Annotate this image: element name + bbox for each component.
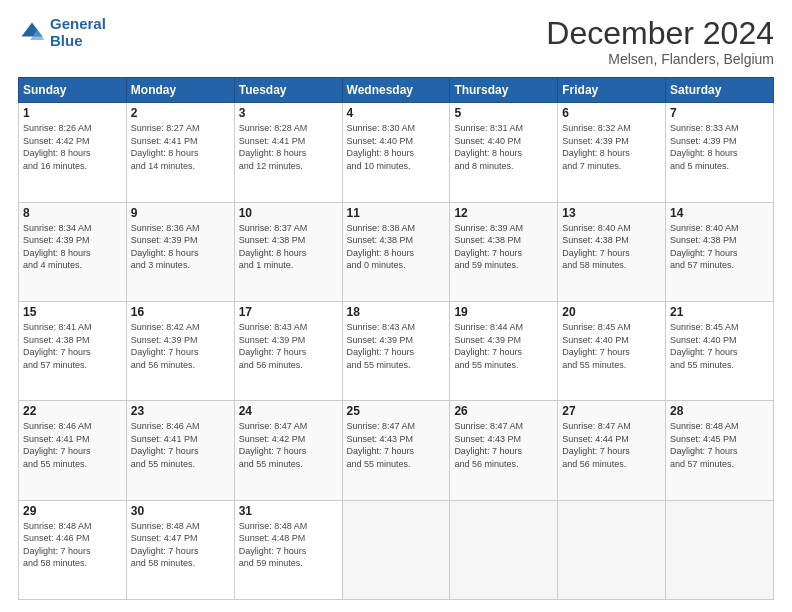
day-info: Sunrise: 8:42 AM Sunset: 4:39 PM Dayligh… <box>131 321 230 371</box>
day-info: Sunrise: 8:41 AM Sunset: 4:38 PM Dayligh… <box>23 321 122 371</box>
day-info: Sunrise: 8:47 AM Sunset: 4:43 PM Dayligh… <box>347 420 446 470</box>
col-monday: Monday <box>126 78 234 103</box>
day-number: 6 <box>562 106 661 120</box>
day-info: Sunrise: 8:45 AM Sunset: 4:40 PM Dayligh… <box>670 321 769 371</box>
calendar-cell <box>558 500 666 599</box>
calendar-cell: 27Sunrise: 8:47 AM Sunset: 4:44 PM Dayli… <box>558 401 666 500</box>
title-block: December 2024 Melsen, Flanders, Belgium <box>546 16 774 67</box>
calendar-cell: 23Sunrise: 8:46 AM Sunset: 4:41 PM Dayli… <box>126 401 234 500</box>
day-number: 23 <box>131 404 230 418</box>
calendar-cell: 14Sunrise: 8:40 AM Sunset: 4:38 PM Dayli… <box>666 202 774 301</box>
calendar-cell: 24Sunrise: 8:47 AM Sunset: 4:42 PM Dayli… <box>234 401 342 500</box>
day-number: 2 <box>131 106 230 120</box>
calendar-cell: 13Sunrise: 8:40 AM Sunset: 4:38 PM Dayli… <box>558 202 666 301</box>
page: General Blue December 2024 Melsen, Fland… <box>0 0 792 612</box>
calendar-week-3: 15Sunrise: 8:41 AM Sunset: 4:38 PM Dayli… <box>19 301 774 400</box>
day-info: Sunrise: 8:40 AM Sunset: 4:38 PM Dayligh… <box>670 222 769 272</box>
calendar-week-2: 8Sunrise: 8:34 AM Sunset: 4:39 PM Daylig… <box>19 202 774 301</box>
day-info: Sunrise: 8:48 AM Sunset: 4:46 PM Dayligh… <box>23 520 122 570</box>
day-info: Sunrise: 8:33 AM Sunset: 4:39 PM Dayligh… <box>670 122 769 172</box>
calendar-cell: 22Sunrise: 8:46 AM Sunset: 4:41 PM Dayli… <box>19 401 127 500</box>
calendar-cell: 7Sunrise: 8:33 AM Sunset: 4:39 PM Daylig… <box>666 103 774 202</box>
col-thursday: Thursday <box>450 78 558 103</box>
day-number: 29 <box>23 504 122 518</box>
calendar-cell <box>342 500 450 599</box>
calendar-cell: 5Sunrise: 8:31 AM Sunset: 4:40 PM Daylig… <box>450 103 558 202</box>
day-info: Sunrise: 8:31 AM Sunset: 4:40 PM Dayligh… <box>454 122 553 172</box>
calendar-week-5: 29Sunrise: 8:48 AM Sunset: 4:46 PM Dayli… <box>19 500 774 599</box>
day-info: Sunrise: 8:48 AM Sunset: 4:47 PM Dayligh… <box>131 520 230 570</box>
day-number: 20 <box>562 305 661 319</box>
col-saturday: Saturday <box>666 78 774 103</box>
day-info: Sunrise: 8:44 AM Sunset: 4:39 PM Dayligh… <box>454 321 553 371</box>
day-info: Sunrise: 8:47 AM Sunset: 4:44 PM Dayligh… <box>562 420 661 470</box>
calendar-cell: 1Sunrise: 8:26 AM Sunset: 4:42 PM Daylig… <box>19 103 127 202</box>
logo-text: General Blue <box>50 16 106 49</box>
calendar-cell: 12Sunrise: 8:39 AM Sunset: 4:38 PM Dayli… <box>450 202 558 301</box>
day-info: Sunrise: 8:40 AM Sunset: 4:38 PM Dayligh… <box>562 222 661 272</box>
calendar-cell: 6Sunrise: 8:32 AM Sunset: 4:39 PM Daylig… <box>558 103 666 202</box>
day-info: Sunrise: 8:28 AM Sunset: 4:41 PM Dayligh… <box>239 122 338 172</box>
day-info: Sunrise: 8:48 AM Sunset: 4:45 PM Dayligh… <box>670 420 769 470</box>
day-number: 18 <box>347 305 446 319</box>
calendar-header-row: Sunday Monday Tuesday Wednesday Thursday… <box>19 78 774 103</box>
calendar-week-4: 22Sunrise: 8:46 AM Sunset: 4:41 PM Dayli… <box>19 401 774 500</box>
day-info: Sunrise: 8:26 AM Sunset: 4:42 PM Dayligh… <box>23 122 122 172</box>
day-number: 15 <box>23 305 122 319</box>
day-info: Sunrise: 8:47 AM Sunset: 4:42 PM Dayligh… <box>239 420 338 470</box>
calendar-cell: 30Sunrise: 8:48 AM Sunset: 4:47 PM Dayli… <box>126 500 234 599</box>
calendar-cell: 11Sunrise: 8:38 AM Sunset: 4:38 PM Dayli… <box>342 202 450 301</box>
calendar-cell <box>666 500 774 599</box>
calendar-cell: 17Sunrise: 8:43 AM Sunset: 4:39 PM Dayli… <box>234 301 342 400</box>
day-number: 22 <box>23 404 122 418</box>
day-info: Sunrise: 8:47 AM Sunset: 4:43 PM Dayligh… <box>454 420 553 470</box>
day-info: Sunrise: 8:43 AM Sunset: 4:39 PM Dayligh… <box>347 321 446 371</box>
day-number: 8 <box>23 206 122 220</box>
day-number: 21 <box>670 305 769 319</box>
day-number: 7 <box>670 106 769 120</box>
col-sunday: Sunday <box>19 78 127 103</box>
calendar-cell: 28Sunrise: 8:48 AM Sunset: 4:45 PM Dayli… <box>666 401 774 500</box>
calendar-cell: 19Sunrise: 8:44 AM Sunset: 4:39 PM Dayli… <box>450 301 558 400</box>
calendar-cell: 25Sunrise: 8:47 AM Sunset: 4:43 PM Dayli… <box>342 401 450 500</box>
day-number: 31 <box>239 504 338 518</box>
calendar-cell: 18Sunrise: 8:43 AM Sunset: 4:39 PM Dayli… <box>342 301 450 400</box>
day-number: 4 <box>347 106 446 120</box>
day-number: 27 <box>562 404 661 418</box>
calendar-cell: 29Sunrise: 8:48 AM Sunset: 4:46 PM Dayli… <box>19 500 127 599</box>
day-number: 30 <box>131 504 230 518</box>
day-info: Sunrise: 8:34 AM Sunset: 4:39 PM Dayligh… <box>23 222 122 272</box>
day-info: Sunrise: 8:46 AM Sunset: 4:41 PM Dayligh… <box>131 420 230 470</box>
day-info: Sunrise: 8:38 AM Sunset: 4:38 PM Dayligh… <box>347 222 446 272</box>
main-title: December 2024 <box>546 16 774 51</box>
day-info: Sunrise: 8:37 AM Sunset: 4:38 PM Dayligh… <box>239 222 338 272</box>
day-number: 24 <box>239 404 338 418</box>
day-number: 14 <box>670 206 769 220</box>
col-friday: Friday <box>558 78 666 103</box>
day-number: 25 <box>347 404 446 418</box>
day-number: 13 <box>562 206 661 220</box>
day-info: Sunrise: 8:48 AM Sunset: 4:48 PM Dayligh… <box>239 520 338 570</box>
day-number: 26 <box>454 404 553 418</box>
day-number: 5 <box>454 106 553 120</box>
calendar-week-1: 1Sunrise: 8:26 AM Sunset: 4:42 PM Daylig… <box>19 103 774 202</box>
day-info: Sunrise: 8:39 AM Sunset: 4:38 PM Dayligh… <box>454 222 553 272</box>
calendar-cell: 26Sunrise: 8:47 AM Sunset: 4:43 PM Dayli… <box>450 401 558 500</box>
day-number: 16 <box>131 305 230 319</box>
day-info: Sunrise: 8:43 AM Sunset: 4:39 PM Dayligh… <box>239 321 338 371</box>
day-info: Sunrise: 8:30 AM Sunset: 4:40 PM Dayligh… <box>347 122 446 172</box>
logo-icon <box>18 19 46 47</box>
calendar-cell: 31Sunrise: 8:48 AM Sunset: 4:48 PM Dayli… <box>234 500 342 599</box>
day-number: 11 <box>347 206 446 220</box>
calendar-cell: 16Sunrise: 8:42 AM Sunset: 4:39 PM Dayli… <box>126 301 234 400</box>
calendar-cell: 20Sunrise: 8:45 AM Sunset: 4:40 PM Dayli… <box>558 301 666 400</box>
day-info: Sunrise: 8:45 AM Sunset: 4:40 PM Dayligh… <box>562 321 661 371</box>
header: General Blue December 2024 Melsen, Fland… <box>18 16 774 67</box>
day-info: Sunrise: 8:36 AM Sunset: 4:39 PM Dayligh… <box>131 222 230 272</box>
day-number: 1 <box>23 106 122 120</box>
day-info: Sunrise: 8:27 AM Sunset: 4:41 PM Dayligh… <box>131 122 230 172</box>
day-number: 19 <box>454 305 553 319</box>
calendar-cell: 8Sunrise: 8:34 AM Sunset: 4:39 PM Daylig… <box>19 202 127 301</box>
calendar-cell <box>450 500 558 599</box>
calendar-table: Sunday Monday Tuesday Wednesday Thursday… <box>18 77 774 600</box>
